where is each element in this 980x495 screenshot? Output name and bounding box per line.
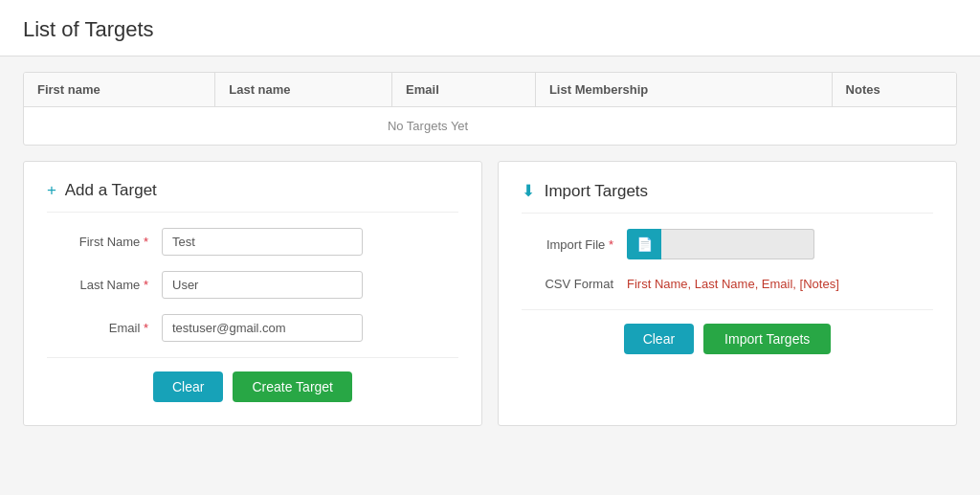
page-title: List of Targets	[23, 17, 957, 42]
col-header-firstname: First name	[24, 73, 215, 107]
add-target-title: + Add a Target	[47, 181, 458, 213]
firstname-label: First Name *	[47, 235, 162, 249]
col-header-email: Email	[392, 73, 536, 107]
add-target-label: Add a Target	[65, 181, 157, 199]
lastname-group: Last Name *	[47, 271, 458, 299]
import-clear-button[interactable]: Clear	[624, 324, 694, 354]
csv-format-label: CSV Format	[522, 275, 627, 291]
table-empty-row: No Targets Yet	[24, 107, 956, 146]
csv-format-value: First Name, Last Name, Email, [Notes]	[627, 275, 839, 294]
empty-message: No Targets Yet	[24, 107, 832, 146]
csv-format-group: CSV Format First Name, Last Name, Email,…	[522, 275, 933, 294]
targets-table: First name Last name Email List Membersh…	[24, 73, 956, 145]
main-content: First name Last name Email List Membersh…	[0, 56, 980, 441]
email-label: Email *	[47, 321, 162, 335]
import-targets-button[interactable]: Import Targets	[703, 324, 831, 354]
import-file-label: Import File *	[522, 237, 627, 252]
file-browse-button[interactable]: 📄	[627, 229, 661, 259]
import-actions: Clear Import Targets	[522, 309, 933, 354]
import-targets-label: Import Targets	[545, 182, 648, 200]
import-file-required: *	[609, 237, 613, 252]
targets-table-section: First name Last name Email List Membersh…	[23, 72, 957, 146]
import-targets-panel: ⬇ Import Targets Import File * 📄 CSV For…	[498, 161, 957, 426]
firstname-input[interactable]	[162, 228, 363, 256]
plus-icon: +	[47, 181, 56, 199]
notes-empty-cell	[832, 107, 956, 146]
download-icon: ⬇	[522, 182, 535, 200]
lastname-required: *	[144, 278, 148, 292]
file-icon: 📄	[636, 236, 653, 252]
col-header-listmembership: List Membership	[535, 73, 832, 107]
email-group: Email *	[47, 314, 458, 342]
col-header-notes: Notes	[832, 73, 956, 107]
file-input-wrapper: 📄	[627, 229, 814, 259]
email-required: *	[144, 321, 148, 335]
add-target-actions: Clear Create Target	[47, 357, 458, 402]
two-col-layout: + Add a Target First Name * Last Name *	[23, 161, 957, 426]
page-header: List of Targets	[0, 0, 980, 56]
email-input[interactable]	[162, 314, 363, 342]
lastname-label: Last Name *	[47, 278, 162, 292]
firstname-group: First Name *	[47, 228, 458, 256]
col-header-lastname: Last name	[215, 73, 392, 107]
lastname-input[interactable]	[162, 271, 363, 299]
create-target-button[interactable]: Create Target	[233, 371, 352, 402]
import-targets-title: ⬇ Import Targets	[522, 181, 933, 214]
import-file-group: Import File * 📄	[522, 229, 933, 259]
add-target-panel: + Add a Target First Name * Last Name *	[23, 161, 482, 426]
clear-button[interactable]: Clear	[153, 371, 223, 402]
file-name-display	[661, 229, 814, 259]
firstname-required: *	[144, 235, 148, 249]
